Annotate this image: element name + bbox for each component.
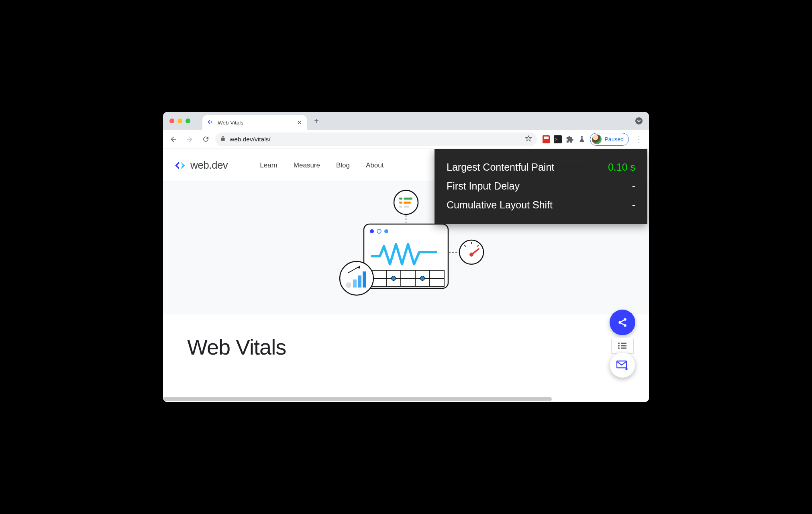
svg-rect-16 <box>353 279 357 288</box>
address-bar[interactable]: web.dev/vitals/ <box>215 133 537 146</box>
toc-button[interactable] <box>611 338 634 354</box>
back-button[interactable] <box>167 133 180 146</box>
window-zoom-button[interactable] <box>186 118 190 123</box>
nav-about[interactable]: About <box>366 161 384 169</box>
nav-learn[interactable]: Learn <box>260 161 277 169</box>
window-close-button[interactable] <box>169 118 174 123</box>
svg-point-39 <box>618 345 620 347</box>
extensions-puzzle-icon[interactable] <box>566 135 574 143</box>
toolbar: web.dev/vitals/ >_ Paused ⋮ <box>163 130 649 149</box>
subscribe-fab[interactable] <box>610 352 635 378</box>
svg-rect-23 <box>399 202 402 204</box>
svg-rect-24 <box>404 202 411 204</box>
primary-nav: Learn Measure Blog About <box>260 161 384 169</box>
extension-icon-1[interactable] <box>543 135 550 143</box>
svg-point-13 <box>420 276 425 281</box>
nav-measure[interactable]: Measure <box>294 161 320 169</box>
svg-point-12 <box>392 276 396 281</box>
web-vitals-overlay: Largest Contentful Paint 0.10 s First In… <box>435 149 647 224</box>
page-title: Web Vitals <box>187 335 625 359</box>
window-minimize-button[interactable] <box>177 118 182 123</box>
vitals-row-cls: Cumulative Layout Shift - <box>447 196 635 214</box>
svg-point-34 <box>624 318 626 321</box>
svg-point-36 <box>624 324 626 327</box>
nav-blog[interactable]: Blog <box>336 161 350 169</box>
page-content: web.dev Learn Measure Blog About Search … <box>163 149 649 402</box>
tab-close-button[interactable]: ✕ <box>297 119 302 126</box>
svg-rect-40 <box>621 345 626 347</box>
tab-title: Web Vitals <box>218 120 243 126</box>
vitals-value: - <box>632 180 635 192</box>
page-body: Web Vitals <box>163 314 649 379</box>
bookmark-star-icon[interactable] <box>525 135 532 144</box>
svg-point-5 <box>384 229 388 233</box>
svg-point-15 <box>346 282 351 288</box>
svg-point-37 <box>618 343 620 344</box>
floating-actions <box>610 310 635 378</box>
svg-rect-22 <box>404 198 412 200</box>
lock-icon <box>220 135 226 143</box>
profile-chip[interactable]: Paused <box>590 133 629 146</box>
profile-status: Paused <box>605 136 624 143</box>
vitals-value: - <box>632 199 635 211</box>
list-icon <box>618 342 627 349</box>
browser-window: Web Vitals ✕ + web.dev/vitals/ <box>163 112 649 402</box>
svg-point-41 <box>618 347 620 349</box>
webdev-favicon <box>207 119 214 126</box>
share-fab[interactable] <box>610 310 635 335</box>
reload-button[interactable] <box>199 133 212 146</box>
webdev-logo-icon <box>174 160 186 171</box>
svg-rect-25 <box>399 206 402 208</box>
svg-rect-21 <box>399 198 402 200</box>
new-tab-button[interactable]: + <box>311 115 322 126</box>
titlebar: Web Vitals ✕ + <box>163 112 649 130</box>
vitals-value: 0.10 s <box>608 161 635 173</box>
site-logo[interactable]: web.dev <box>174 159 228 171</box>
url-text: web.dev/vitals/ <box>230 136 521 143</box>
vitals-row-lcp: Largest Contentful Paint 0.10 s <box>447 158 635 177</box>
vitals-label: First Input Delay <box>447 180 520 192</box>
horizontal-scrollbar[interactable] <box>163 396 649 402</box>
svg-rect-38 <box>621 343 626 344</box>
vitals-label: Largest Contentful Paint <box>447 161 554 173</box>
avatar <box>592 135 602 144</box>
svg-point-3 <box>370 229 374 233</box>
svg-rect-42 <box>621 348 626 349</box>
chrome-menu-button[interactable]: ⋮ <box>633 135 645 144</box>
tab-overflow-button[interactable] <box>635 117 643 124</box>
labs-flask-icon[interactable] <box>578 135 586 143</box>
svg-rect-26 <box>404 206 409 208</box>
share-icon <box>617 317 628 328</box>
extension-icon-2[interactable]: >_ <box>554 135 562 143</box>
svg-rect-18 <box>363 271 366 288</box>
scrollbar-thumb[interactable] <box>163 397 552 401</box>
svg-rect-17 <box>358 275 361 288</box>
site-logo-text: web.dev <box>190 159 228 171</box>
svg-point-35 <box>618 321 621 324</box>
extension-icons: >_ Paused ⋮ <box>543 133 645 146</box>
vitals-label: Cumulative Layout Shift <box>447 199 553 211</box>
window-controls <box>169 118 190 123</box>
svg-point-14 <box>340 261 373 295</box>
vitals-row-fid: First Input Delay - <box>447 177 635 196</box>
forward-button[interactable] <box>183 133 196 146</box>
mail-plus-icon <box>616 360 628 370</box>
browser-tab[interactable]: Web Vitals ✕ <box>202 115 307 130</box>
